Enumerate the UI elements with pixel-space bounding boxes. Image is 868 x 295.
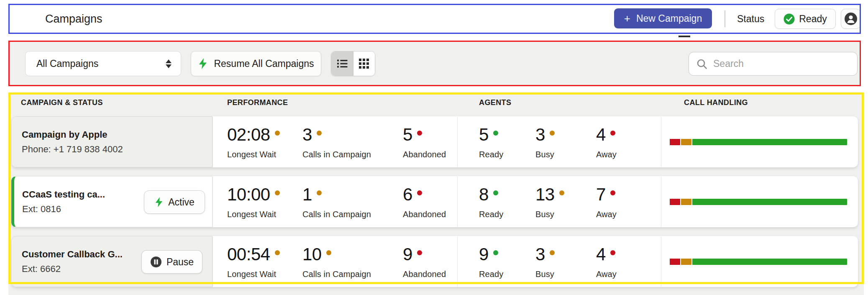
status-dot [550,250,555,255]
status-dot [610,190,615,195]
campaign-info: Customer Callback G... Ext: 6662 [22,249,123,274]
status-dot [610,131,615,136]
lightning-icon [154,197,164,208]
header-divider [725,10,725,27]
user-icon [844,12,858,26]
cell-divider [213,236,213,287]
status-dot [417,190,422,195]
metric-agents-busy: 3 Busy [535,125,555,159]
campaigns-table: CAMPAIGN & STATUS PERFORMANCE AGENTS CAL… [8,92,864,295]
column-header-agents: AGENTS [479,98,511,107]
status-dot [610,250,615,255]
metric-calls-in-campaign: 3 Calls in Campaign [302,125,371,159]
new-campaign-button[interactable]: + New Campaign [614,8,712,28]
search-input[interactable] [713,58,850,69]
metric-agents-away: 4 Away [596,244,617,279]
metric-agents-away: 7 Away [596,185,617,219]
campaign-status-button[interactable]: Active [144,190,205,214]
cell-divider [213,117,213,167]
status-label: Active [168,197,195,208]
status-dot [317,190,322,195]
campaign-name: CCaaS testing ca... [22,189,105,200]
call-handling-bar [670,199,847,205]
lightning-icon [198,58,208,69]
metric-calls-in-campaign: 10 Calls in Campaign [302,244,371,279]
agent-status-button[interactable]: Ready [775,9,836,29]
campaign-filter-select[interactable]: All Campaigns [25,51,181,76]
metric-abandoned: 6 Abandoned [403,185,446,219]
campaign-info: CCaaS testing ca... Ext: 0816 [22,189,105,215]
status-dot [275,250,280,255]
metric-longest-wait: 10:00 Longest Wait [227,185,280,219]
metric-agents-ready: 8 Ready [479,185,503,219]
view-toggle [331,51,375,76]
metric-agents-ready: 9 Ready [479,244,503,279]
status-dot [493,131,498,136]
status-dot [493,190,498,195]
cell-divider [457,177,458,227]
column-header-performance: PERFORMANCE [227,98,288,107]
status-dot [493,250,498,255]
status-dot [275,131,280,136]
grid-view-button[interactable] [353,51,375,76]
cell-divider [213,177,213,227]
campaign-row[interactable]: Campaign by Apple Phone: +1 719 838 4002 [11,116,858,167]
metric-agents-busy: 13 Busy [535,185,564,219]
pause-icon [150,256,162,268]
hamburger-menu-icon[interactable] [20,13,34,25]
cell-divider [457,236,458,287]
campaigns-toolbar: All Campaigns Resume All Campaigns [8,41,861,86]
metric-abandoned: 9 Abandoned [403,244,446,279]
campaign-row[interactable]: CCaaS testing ca... Ext: 0816 Active 10 [11,176,858,227]
campaign-subtitle: Ext: 6662 [22,264,123,274]
status-label: Pause [166,257,194,268]
metric-agents-ready: 5 Ready [479,125,503,159]
plus-icon: + [624,13,630,24]
check-circle-icon [784,13,795,25]
agent-status-value: Ready [799,13,827,25]
metric-agents-busy: 3 Busy [535,244,555,279]
metric-longest-wait: 02:08 Longest Wait [227,125,280,159]
metric-calls-in-campaign: 1 Calls in Campaign [302,185,371,219]
column-header-campaign: CAMPAIGN & STATUS [21,98,103,107]
campaign-row[interactable]: Customer Callback G... Ext: 6662 Pause [11,236,858,287]
cell-divider [661,117,661,167]
resume-label: Resume All Campaigns [214,58,314,69]
campaign-info: Campaign by Apple Phone: +1 719 838 4002 [22,129,123,155]
list-view-button[interactable] [331,51,353,76]
list-view-icon [337,59,348,69]
call-handling-bar [670,259,847,265]
status-dot [326,250,331,255]
metric-longest-wait: 00:54 Longest Wait [227,244,280,279]
new-campaign-label: New Campaign [636,13,702,24]
campaign-filter-value: All Campaigns [36,58,166,69]
column-header-call-handling: CALL HANDLING [684,98,748,107]
metric-agents-away: 4 Away [596,125,617,159]
status-dot [317,131,322,136]
page-title: Campaigns [45,4,102,34]
status-dot [550,131,555,136]
campaign-subtitle: Ext: 0816 [22,204,105,215]
campaign-status-button[interactable]: Pause [141,250,202,274]
cell-divider [457,117,458,167]
user-profile-button[interactable] [841,9,861,29]
campaign-cell: CCaaS testing ca... Ext: 0816 Active [11,176,213,227]
status-dot [417,250,422,255]
campaign-cell: Campaign by Apple Phone: +1 719 838 4002 [11,116,213,167]
grid-view-icon [358,58,369,69]
resume-all-campaigns-button[interactable]: Resume All Campaigns [191,51,321,76]
status-label: Status [737,4,764,34]
call-handling-bar [670,139,847,145]
campaign-cell: Customer Callback G... Ext: 6662 Pause [11,236,213,287]
campaigns-dashboard: Campaigns + New Campaign Status Ready [0,0,868,295]
campaign-name: Customer Callback G... [22,249,123,260]
search-field [689,52,858,76]
status-dot [417,131,422,136]
campaign-subtitle: Phone: +1 719 838 4002 [22,144,123,155]
campaign-name: Campaign by Apple [22,129,123,140]
status-dot [275,190,280,195]
status-dot [559,190,564,195]
cell-divider [661,236,661,287]
top-header: Campaigns + New Campaign Status Ready [8,4,861,34]
select-arrows-icon [166,59,172,68]
